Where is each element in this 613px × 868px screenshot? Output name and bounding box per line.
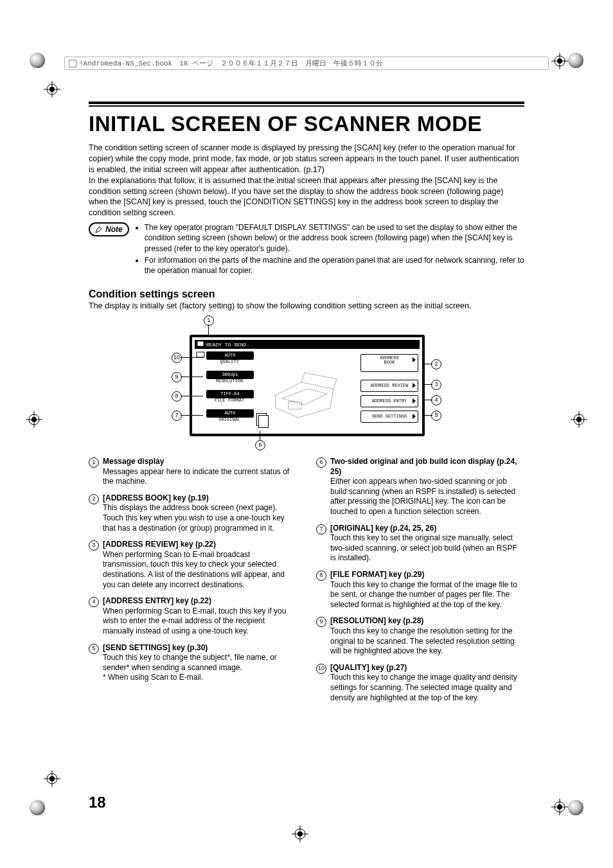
- callout-10: 10: [172, 353, 182, 363]
- key-item: 6 Two-sided original and job build icon …: [316, 457, 524, 517]
- leader-line: [423, 415, 432, 416]
- item-title: [QUALITY] key (p.27): [330, 663, 524, 673]
- intro-paragraph: The condition setting screen of scanner …: [89, 143, 524, 218]
- page-number: 18: [89, 793, 106, 811]
- printer-illustration: [269, 363, 346, 421]
- item-body: Touch this key to change the subject*, f…: [103, 653, 297, 683]
- registration-mark-icon: [551, 799, 568, 815]
- leader-line: [423, 400, 432, 400]
- leader-line: [181, 396, 203, 396]
- key-item: 9 [RESOLUTION] key (p.28) Touch this key…: [316, 616, 524, 656]
- item-title: Two-sided original and job build icon di…: [330, 457, 524, 477]
- callout-3: 3: [431, 380, 441, 390]
- touch-panel: READY TO SEND. AUTO QUALITY 300dpi RESOL…: [190, 335, 425, 436]
- leader-line: [181, 376, 203, 377]
- item-number: 3: [89, 540, 99, 551]
- svg-rect-28: [198, 342, 203, 346]
- touch-panel-diagram: READY TO SEND. AUTO QUALITY 300dpi RESOL…: [172, 315, 441, 450]
- message-bar: READY TO SEND.: [195, 340, 420, 349]
- item-title: Message display: [103, 457, 297, 467]
- corner-ornament: [568, 53, 583, 68]
- leader-line: [423, 364, 432, 364]
- registration-mark-icon: [44, 770, 60, 787]
- callout-4: 4: [431, 395, 441, 405]
- item-title: [ADDRESS BOOK] key (p.19): [103, 493, 297, 504]
- note-list: The key operator program "DEFAULT DISPLA…: [136, 222, 524, 277]
- chevron-right-icon: [413, 357, 416, 362]
- key-descriptions: 1 Message display Messages appear here t…: [89, 457, 524, 709]
- message-text: READY TO SEND.: [206, 342, 249, 348]
- key-item: 4 [ADDRESS ENTRY] key (p.22) When perfor…: [89, 596, 297, 636]
- leader-line: [208, 324, 209, 337]
- callout-9: 9: [172, 372, 182, 382]
- registration-mark-icon: [44, 81, 60, 98]
- key-item: 7 [ORIGINAL] key (p.24, 25, 26) Touch th…: [316, 524, 524, 563]
- item-body: Either icon appears when two-sided scann…: [330, 477, 524, 517]
- svg-rect-30: [289, 402, 301, 409]
- address-review-button[interactable]: ADDRESS REVIEW: [360, 380, 418, 392]
- leader-line: [181, 357, 203, 358]
- file-format-label: FILE FORMAT: [206, 398, 253, 403]
- corner-ornament: [30, 53, 45, 68]
- rule-thick: [89, 102, 524, 104]
- leader-line: [181, 415, 203, 416]
- key-item: 8 [FILE FORMAT] key (p.29) Touch this ke…: [316, 570, 524, 610]
- item-body: When performing Scan to E-mail, touch th…: [103, 607, 297, 637]
- corner-ornament: [30, 800, 45, 815]
- callout-1: 1: [204, 315, 214, 326]
- item-body: This displays the address book screen (n…: [103, 503, 297, 533]
- pencil-icon: [95, 226, 103, 233]
- key-item: 10 [QUALITY] key (p.27) Touch this key t…: [316, 663, 524, 703]
- svg-rect-29: [197, 352, 204, 357]
- callout-5: 5: [431, 411, 441, 421]
- item-number: 1: [89, 457, 99, 468]
- key-item: 3 [ADDRESS REVIEW] key (p.22) When perfo…: [89, 540, 297, 590]
- book-icon: [69, 60, 76, 67]
- chevron-right-icon: [413, 414, 416, 419]
- registration-mark-icon: [571, 411, 587, 428]
- address-entry-label: ADDRESS ENTRY: [372, 398, 407, 403]
- content-area: INITIAL SCREEN OF SCANNER MODE The condi…: [89, 102, 524, 709]
- address-review-label: ADDRESS REVIEW: [371, 383, 409, 388]
- address-book-label-bottom: BOOK: [361, 360, 418, 365]
- resolution-label: RESOLUTION: [206, 378, 253, 384]
- note-badge: Note: [89, 222, 129, 236]
- callout-2: 2: [431, 359, 441, 369]
- address-entry-button[interactable]: ADDRESS ENTRY: [360, 395, 418, 407]
- key-item: 2 [ADDRESS BOOK] key (p.19) This display…: [89, 493, 297, 533]
- note-item: The key operator program "DEFAULT DISPLA…: [145, 222, 524, 254]
- leader-line: [423, 384, 432, 385]
- item-title: [RESOLUTION] key (p.28): [330, 616, 524, 626]
- corner-ornament: [568, 800, 583, 815]
- item-number: 5: [89, 644, 99, 654]
- registration-mark-icon: [26, 411, 42, 428]
- item-number: 8: [316, 571, 326, 581]
- address-book-button[interactable]: ADDRESS BOOK: [360, 354, 418, 372]
- send-settings-label: SEND SETTINGS: [372, 414, 407, 419]
- leader-line: [260, 431, 260, 440]
- item-number: 4: [89, 597, 99, 607]
- item-body: Touch this key to change the image quali…: [330, 673, 524, 703]
- item-body: Messages appear here to indicate the cur…: [103, 467, 297, 487]
- callout-6: 6: [255, 440, 265, 450]
- print-header-strip: !Andromeda-NS_Sec.book 18 ページ ２００６年１１月２７…: [64, 57, 549, 70]
- item-number: 10: [316, 664, 326, 674]
- note-label: Note: [105, 225, 123, 234]
- item-number: 6: [316, 457, 326, 468]
- item-body: When performing Scan to E-mail broadcast…: [103, 550, 297, 590]
- item-title: [ORIGINAL] key (p.24, 25, 26): [330, 524, 524, 534]
- print-header-text: !Andromeda-NS_Sec.book 18 ページ ２００６年１１月２７…: [79, 58, 383, 68]
- registration-mark-icon: [292, 826, 308, 842]
- page-title: INITIAL SCREEN OF SCANNER MODE: [89, 112, 524, 136]
- item-title: [ADDRESS ENTRY] key (p.22): [103, 596, 297, 607]
- item-title: [FILE FORMAT] key (p.29): [330, 570, 524, 580]
- item-body: Touch this key to change the resolution …: [330, 626, 524, 657]
- item-body: Touch this key to set the original size …: [330, 533, 524, 563]
- item-number: 2: [89, 494, 99, 504]
- note-item: For information on the parts of the mach…: [145, 255, 524, 276]
- key-item: 1 Message display Messages appear here t…: [89, 457, 297, 487]
- page: !Andromeda-NS_Sec.book 18 ページ ２００６年１１月２７…: [0, 0, 613, 868]
- two-sided-icon[interactable]: [256, 413, 267, 426]
- item-number: 9: [316, 617, 326, 627]
- send-settings-button[interactable]: SEND SETTINGS: [360, 411, 418, 423]
